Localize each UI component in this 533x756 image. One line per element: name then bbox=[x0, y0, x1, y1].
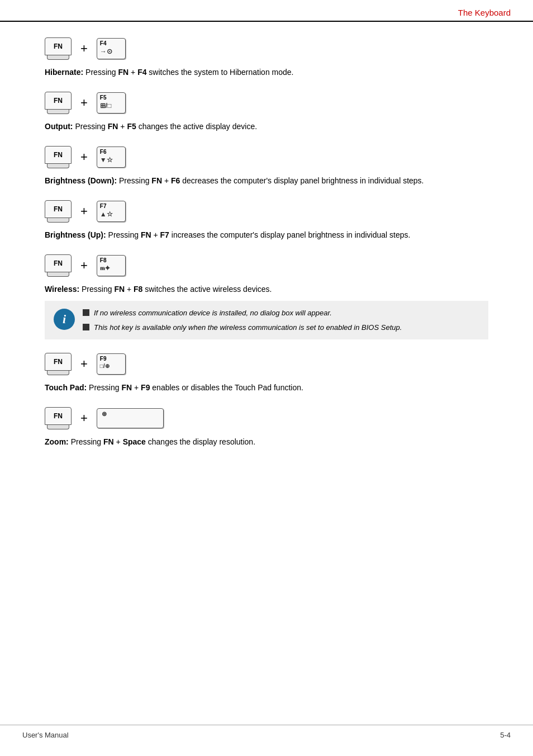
f5-key: F5 ⊞/□ bbox=[97, 92, 126, 114]
bullet-square-2 bbox=[83, 324, 89, 330]
key-combo-brightness-up: FN + F7 ▲☆ bbox=[45, 200, 488, 223]
section-zoom: FN + ⊛ Zoom: Pressing FN + Space changes… bbox=[45, 407, 488, 448]
touchpad-description: Touch Pad: Pressing FN + F9 enables or d… bbox=[45, 382, 488, 394]
page-footer: User's Manual 5-4 bbox=[0, 725, 533, 745]
output-description: Output: Pressing FN + F5 changes the act… bbox=[45, 121, 488, 133]
key-combo-touchpad: FN + F9 □/⊕ bbox=[45, 353, 488, 375]
f7-key: F7 ▲☆ bbox=[97, 201, 126, 222]
space-key: ⊛ bbox=[97, 408, 164, 428]
hibernate-description: Hibernate: Pressing FN + F4 switches the… bbox=[45, 67, 488, 78]
fn-key-touchpad: FN bbox=[45, 353, 72, 375]
footer-right: 5-4 bbox=[500, 731, 511, 739]
brightness-up-description: Brightness (Up): Pressing FN + F7 increa… bbox=[45, 229, 488, 241]
fn-key-wireless: FN bbox=[45, 254, 72, 277]
footer-left: User's Manual bbox=[22, 731, 69, 739]
section-brightness-up: FN + F7 ▲☆ Brightness (Up): Pressing FN … bbox=[45, 200, 488, 241]
key-combo-output: FN + F5 ⊞/□ bbox=[45, 92, 488, 114]
plus-brightness-down: + bbox=[80, 150, 88, 164]
section-touchpad: FN + F9 □/⊕ Touch Pad: Pressing FN + F9 … bbox=[45, 353, 488, 394]
bullet-square-1 bbox=[83, 309, 89, 316]
page-content: FN + F4 →⊙ Hibernate: Pressing FN + F4 s… bbox=[0, 22, 533, 484]
section-output: FN + F5 ⊞/□ Output: Pressing FN + F5 cha… bbox=[45, 92, 488, 133]
key-combo-zoom: FN + ⊛ bbox=[45, 407, 488, 429]
plus-output: + bbox=[80, 96, 88, 110]
section-hibernate: FN + F4 →⊙ Hibernate: Pressing FN + F4 s… bbox=[45, 37, 488, 78]
info-bullet-1: If no wireless communication device is i… bbox=[83, 308, 479, 319]
section-brightness-down: FN + F6 ▼☆ Brightness (Down): Pressing F… bbox=[45, 146, 488, 187]
zoom-description: Zoom: Pressing FN + Space changes the di… bbox=[45, 436, 488, 448]
brightness-down-description: Brightness (Down): Pressing FN + F6 decr… bbox=[45, 175, 488, 187]
plus-brightness-up: + bbox=[80, 204, 88, 219]
key-combo-hibernate: FN + F4 →⊙ bbox=[45, 37, 488, 60]
f8-key: F8 ᵯ✦ bbox=[97, 255, 126, 276]
key-combo-brightness-down: FN + F6 ▼☆ bbox=[45, 146, 488, 168]
section-wireless: FN + F8 ᵯ✦ Wireless: Pressing FN + F8 sw… bbox=[45, 254, 488, 339]
wireless-description: Wireless: Pressing FN + F8 switches the … bbox=[45, 284, 488, 295]
plus-wireless: + bbox=[80, 258, 88, 273]
plus-zoom: + bbox=[80, 411, 88, 426]
key-combo-wireless: FN + F8 ᵯ✦ bbox=[45, 254, 488, 277]
f4-key: F4 →⊙ bbox=[97, 38, 126, 59]
fn-key-zoom: FN bbox=[45, 407, 72, 429]
fn-key-output: FN bbox=[45, 92, 72, 114]
info-bullet-2: This hot key is available only when the … bbox=[83, 322, 479, 333]
info-bullets: If no wireless communication device is i… bbox=[83, 308, 479, 333]
fn-key-brightness-up: FN bbox=[45, 200, 72, 223]
fn-key-hibernate: FN bbox=[45, 37, 72, 60]
plus-touchpad: + bbox=[80, 357, 88, 371]
header-title: The Keyboard bbox=[458, 8, 511, 17]
info-icon: i bbox=[54, 309, 75, 330]
fn-key-brightness-down: FN bbox=[45, 146, 72, 168]
wireless-info-box: i If no wireless communication device is… bbox=[45, 301, 488, 339]
page-header: The Keyboard bbox=[0, 0, 533, 22]
f9-key: F9 □/⊕ bbox=[97, 353, 126, 375]
info-bullet-text-2: This hot key is available only when the … bbox=[94, 322, 402, 333]
f6-key: F6 ▼☆ bbox=[97, 147, 126, 168]
plus-hibernate: + bbox=[80, 41, 88, 56]
info-bullet-text-1: If no wireless communication device is i… bbox=[94, 308, 332, 319]
